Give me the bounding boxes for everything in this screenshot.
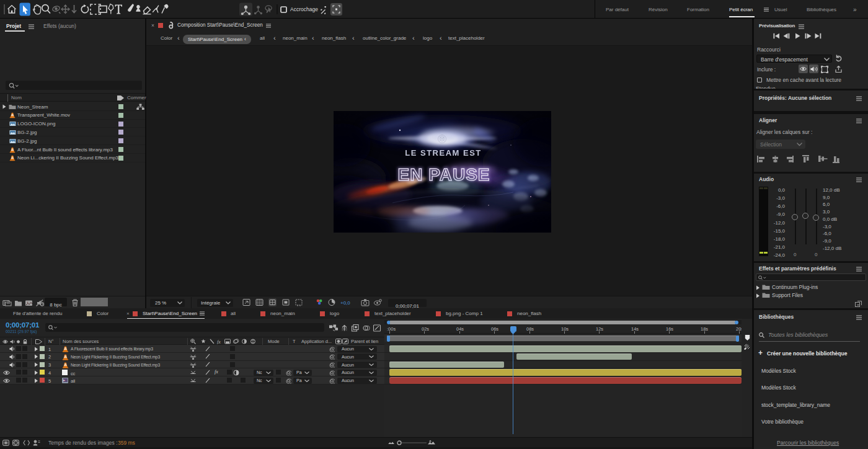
svg-text:fx: fx xyxy=(217,339,221,345)
svg-text:+0,0: +0,0 xyxy=(340,300,350,306)
